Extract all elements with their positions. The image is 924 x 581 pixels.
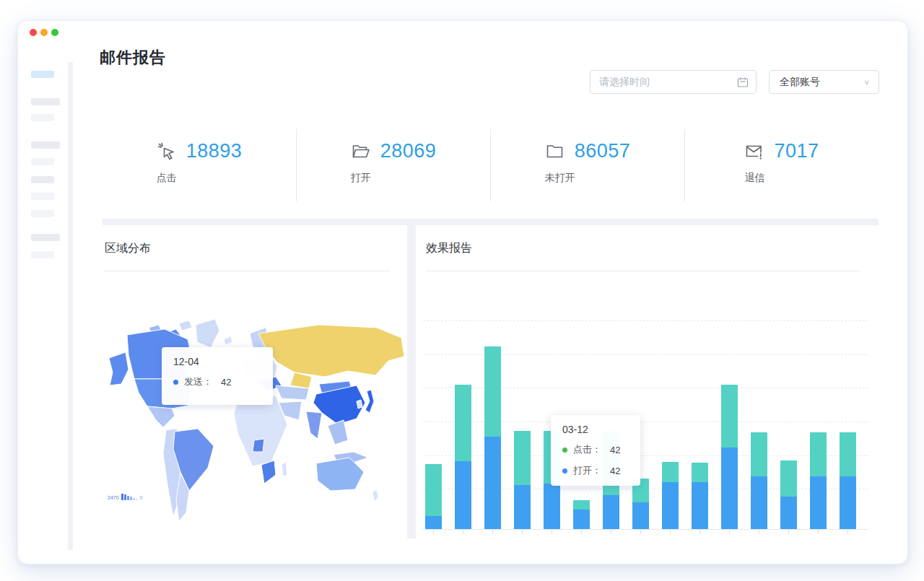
effect-panel-title: 效果报告 (426, 241, 472, 256)
sidebar-item[interactable] (31, 114, 54, 121)
stacked-bar-2[interactable] (455, 385, 471, 529)
stat-bounce-label: 退信 (744, 172, 819, 185)
stat-click: 18893 点击 (103, 129, 296, 201)
sidebar-item[interactable] (31, 158, 54, 165)
bar-segment-open[interactable] (810, 476, 827, 529)
bar-segment-open[interactable] (425, 516, 442, 529)
bar-segment-open[interactable] (632, 502, 649, 529)
send-series-value: 42 (221, 377, 231, 388)
x-axis-tick (729, 530, 730, 533)
stacked-bar-9[interactable] (662, 462, 679, 529)
panel-gap (407, 225, 416, 538)
sidebar-item[interactable] (31, 141, 60, 149)
bar-segment-open[interactable] (484, 437, 501, 529)
bar-segment-click[interactable] (514, 431, 531, 485)
legend-bar (124, 494, 126, 500)
chart-tooltip: 03-12 点击： 42 打开： 42 (551, 415, 640, 486)
panel-title-divider (105, 271, 390, 271)
panel-title-divider (426, 271, 861, 271)
bar-segment-open[interactable] (603, 495, 619, 529)
send-series-dot (173, 380, 178, 385)
date-range-picker[interactable]: 请选择时间 (590, 70, 757, 94)
stacked-bar-6[interactable] (573, 500, 590, 529)
window-close-button[interactable] (30, 29, 37, 36)
open-series-label: 打开： (573, 464, 601, 477)
stacked-bar-3[interactable] (484, 346, 501, 529)
stat-open: 28069 打开 (296, 129, 490, 201)
account-select[interactable]: 全部账号 ∨ (769, 70, 879, 94)
sidebar-item[interactable] (31, 234, 60, 241)
bar-segment-open[interactable] (751, 476, 767, 529)
bar-segment-open[interactable] (514, 485, 531, 529)
window-minimize-button[interactable] (40, 29, 48, 36)
bar-segment-click[interactable] (484, 346, 501, 437)
stacked-bar-12[interactable] (751, 432, 767, 529)
x-axis-tick (492, 530, 493, 533)
stacked-bar-11[interactable] (721, 385, 738, 529)
legend-bar (133, 498, 135, 500)
stacked-bar-14[interactable] (810, 432, 827, 529)
send-series-label: 发送： (184, 375, 212, 388)
bar-segment-open[interactable] (573, 510, 590, 529)
sidebar-item[interactable] (31, 176, 54, 183)
bar-segment-open[interactable] (544, 484, 560, 529)
sidebar-item[interactable] (31, 193, 54, 200)
stacked-bar-13[interactable] (780, 460, 797, 529)
bar-segment-click[interactable] (662, 462, 679, 482)
page-title: 邮件报告 (100, 47, 166, 69)
window-zoom-button[interactable] (51, 29, 58, 36)
stacked-bar-4[interactable] (514, 431, 531, 529)
x-axis-tick (433, 530, 434, 533)
stat-click-label: 点击 (157, 172, 243, 185)
chevron-down-icon: ∨ (863, 78, 870, 86)
bar-segment-click[interactable] (425, 464, 442, 516)
x-axis-tick (818, 530, 819, 533)
x-axis-tick (847, 530, 848, 533)
map-color-scale-legend: 2470 0 (108, 494, 144, 500)
stacked-bar-10[interactable] (692, 463, 708, 529)
x-axis-tick (640, 530, 641, 533)
gridline (423, 320, 868, 321)
map-tooltip-date: 12-04 (173, 356, 261, 367)
open-series-value: 42 (610, 466, 620, 476)
stats-row: 18893 点击 28069 打开 (103, 129, 879, 201)
bar-segment-open[interactable] (455, 461, 471, 529)
x-axis-tick (581, 530, 582, 533)
effect-report-panel: 效果报告 03-12 点击： 42 打开： 42 (416, 225, 879, 538)
world-choropleth-map[interactable] (103, 310, 407, 527)
stacked-bar-1[interactable] (425, 464, 442, 529)
bar-segment-open[interactable] (840, 476, 856, 529)
x-axis-tick (552, 530, 552, 533)
bar-segment-click[interactable] (840, 432, 856, 476)
bar-segment-click[interactable] (721, 385, 738, 447)
chart-tooltip-date: 03-12 (562, 424, 629, 435)
bar-segment-open[interactable] (662, 482, 679, 529)
mail-bounce-icon (744, 141, 764, 161)
bar-segment-open[interactable] (721, 447, 738, 529)
sidebar-item[interactable] (31, 210, 54, 217)
stacked-bar-15[interactable] (840, 432, 856, 529)
legend-bar (121, 494, 123, 500)
sidebar-item-active[interactable] (31, 71, 54, 78)
bar-segment-click[interactable] (573, 500, 590, 510)
bar-segment-click[interactable] (751, 432, 767, 476)
x-axis-tick (611, 530, 611, 533)
bar-segment-click[interactable] (810, 432, 827, 476)
bar-segment-click[interactable] (455, 385, 471, 461)
x-axis-tick (788, 530, 789, 533)
bar-segment-click[interactable] (692, 463, 708, 482)
bar-segment-open[interactable] (692, 482, 708, 529)
legend-bar (130, 497, 132, 500)
stacked-bar-8[interactable] (632, 479, 649, 529)
x-axis-tick (699, 530, 700, 533)
stat-unopened-label: 未打开 (545, 172, 631, 185)
stat-click-value: 18893 (186, 140, 243, 162)
legend-min-value: 0 (140, 495, 143, 500)
calendar-icon (737, 77, 749, 88)
bar-segment-click[interactable] (780, 460, 797, 497)
bar-segment-open[interactable] (780, 497, 797, 529)
sidebar-item[interactable] (31, 98, 60, 105)
click-series-value: 42 (610, 445, 620, 455)
x-axis-line (423, 529, 868, 530)
sidebar-item[interactable] (31, 251, 54, 258)
